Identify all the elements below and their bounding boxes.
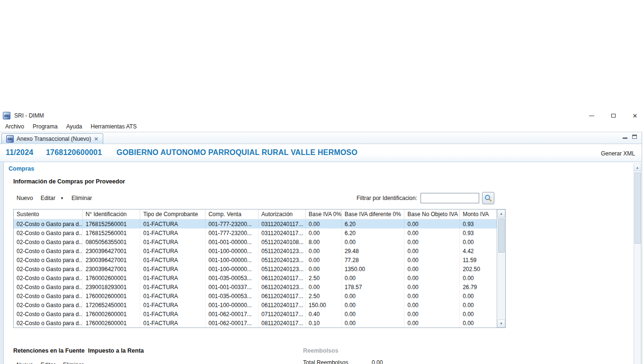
section-title-retenciones: Retenciones en la Fuente Impuesto a la R…: [13, 347, 144, 354]
table-row[interactable]: 02-Costo o Gasto para d...23003964270010…: [14, 255, 497, 264]
table-cell: 01-FACTURA: [140, 246, 206, 255]
table-body: 02-Costo o Gasto para d...17681525600010…: [14, 219, 497, 328]
table-row[interactable]: 02-Costo o Gasto para d...17600026000010…: [14, 318, 497, 328]
table-cell: 051120240123...: [259, 264, 306, 273]
table-cell: 0.00: [404, 228, 460, 237]
table-cell: 02-Costo o Gasto para d...: [14, 219, 83, 228]
menu-ayuda[interactable]: Ayuda: [62, 122, 87, 131]
retenciones-editar-button[interactable]: Editar: [41, 362, 55, 364]
editar-dropdown-icon[interactable]: ▼: [60, 196, 64, 200]
table-row[interactable]: 02-Costo o Gasto para d...17600026000010…: [14, 309, 497, 318]
scroll-up-icon[interactable]: ▲: [634, 164, 641, 171]
table-row[interactable]: 02-Costo o Gasto para d...08050563550010…: [14, 237, 497, 246]
nuevo-button[interactable]: Nuevo: [17, 195, 33, 201]
filter-identificacion-input[interactable]: [420, 193, 479, 203]
taxpayer-name-label: GOBIERNO AUTONOMO PARROQUIAL RURAL VALLE…: [116, 148, 358, 157]
table-cell: 0.00: [460, 237, 497, 246]
table-cell: 1760002600001: [83, 309, 141, 318]
table-cell: 001-777-23200...: [206, 228, 259, 237]
minimize-icon[interactable]: [586, 111, 597, 120]
table-cell: 051120240123...: [259, 255, 306, 264]
table-cell: 001-001-00337...: [206, 282, 259, 291]
table-cell: 8.00: [306, 237, 342, 246]
table-cell: 6.20: [342, 219, 405, 228]
form-scrollbar-thumb[interactable]: [635, 173, 641, 244]
table-cell: 1720652450001: [83, 300, 141, 309]
table-row[interactable]: 02-Costo o Gasto para d...17681525600010…: [14, 228, 497, 237]
table-cell: 0.00: [342, 237, 405, 246]
restore-icon[interactable]: [608, 111, 618, 120]
table-cell: 0.00: [342, 309, 405, 318]
retenciones-eliminar-button[interactable]: Eliminar: [63, 362, 83, 364]
retenciones-toolbar: Nuevo Editar Eliminar: [17, 362, 83, 364]
filter-label: Filtrar por Identificacion:: [357, 195, 417, 201]
table-cell: 0.00: [306, 255, 342, 264]
retenciones-nuevo-button[interactable]: Nuevo: [17, 362, 33, 364]
table-row[interactable]: 02-Costo o Gasto para d...17206524500010…: [14, 300, 497, 309]
search-button[interactable]: [482, 192, 494, 204]
view-minimize-icon[interactable]: [623, 135, 627, 139]
table-cell: 2390018293001: [83, 282, 141, 291]
menubar: ArchivoProgramaAyudaHerramientas ATS: [0, 121, 644, 132]
view-maximize-icon[interactable]: [632, 135, 637, 139]
table-cell: 001-035-00053...: [206, 291, 259, 300]
table-cell: 01-FACTURA: [140, 255, 206, 264]
column-header-4[interactable]: Comp. Venta: [206, 209, 259, 219]
generate-xml-button[interactable]: Generar XML: [601, 150, 635, 157]
table-cell: 0.00: [404, 282, 460, 291]
editar-button[interactable]: Editar: [41, 195, 55, 201]
tab-close-icon[interactable]: ✕: [94, 136, 98, 142]
table-scroll-down-icon[interactable]: ▼: [497, 319, 505, 328]
table-cell: 2.50: [306, 273, 342, 282]
column-header-6[interactable]: Base IVA 0%: [306, 209, 342, 219]
table-cell: 02-Costo o Gasto para d...: [14, 264, 83, 273]
table-cell: 0.00: [404, 318, 460, 328]
table-scroll-up-icon[interactable]: ▲: [497, 209, 505, 218]
column-header-5[interactable]: Autorización: [259, 209, 306, 219]
eliminar-button[interactable]: Eliminar: [72, 195, 92, 201]
table-cell: 02-Costo o Gasto para d...: [14, 273, 83, 282]
table-cell: 1350.00: [342, 264, 405, 273]
table-cell: 081120240117...: [259, 318, 306, 328]
column-header-7[interactable]: Base IVA diferente 0%: [342, 209, 405, 219]
table-cell: 0.00: [404, 309, 460, 318]
tab-anexo-transaccional[interactable]: SRi Anexo Transaccional (Nuevo) ✕: [1, 133, 103, 144]
column-header-8[interactable]: Base No Objeto IVA: [404, 209, 460, 219]
table-row[interactable]: 02-Costo o Gasto para d...17600026000010…: [14, 273, 497, 282]
menu-programa[interactable]: Programa: [28, 122, 62, 131]
column-header-9[interactable]: Monto IVA: [460, 209, 497, 219]
table-vertical-scrollbar[interactable]: ▲ ▼: [497, 209, 505, 328]
menu-herramientas-ats[interactable]: Herramientas ATS: [87, 122, 141, 131]
ruc-label: 1768120600001: [46, 148, 102, 157]
table-cell: 001-777-23200...: [206, 219, 259, 228]
table-cell: 02-Costo o Gasto para d...: [14, 318, 83, 328]
column-header-1[interactable]: Sustento: [14, 209, 83, 219]
period-label: 11/2024: [6, 148, 33, 157]
column-header-3[interactable]: Tipo de Comprobante: [140, 209, 206, 219]
table-row[interactable]: 02-Costo o Gasto para d...23900182930010…: [14, 282, 497, 291]
tab-label: Anexo Transaccional (Nuevo): [17, 136, 91, 142]
table-cell: 01-FACTURA: [140, 219, 206, 228]
close-icon[interactable]: ✕: [630, 111, 640, 120]
table-cell: 061120240117...: [259, 300, 306, 309]
table-row[interactable]: 02-Costo o Gasto para d...17681525600010…: [14, 219, 497, 228]
table-cell: 0.00: [404, 237, 460, 246]
table-cell: 01-FACTURA: [140, 282, 206, 291]
table-cell: 02-Costo o Gasto para d...: [14, 255, 83, 264]
table-cell: 01-FACTURA: [140, 318, 206, 328]
table-row[interactable]: 02-Costo o Gasto para d...17600026000010…: [14, 291, 497, 300]
table-row[interactable]: 02-Costo o Gasto para d...23003964270010…: [14, 246, 497, 255]
total-reembolsos-label: Total Reembolsos: [303, 359, 348, 364]
table-cell: 061120240117...: [259, 291, 306, 300]
menu-archivo[interactable]: Archivo: [1, 122, 28, 131]
table-cell: 0.00: [342, 273, 405, 282]
table-cell: 202.50: [460, 264, 497, 273]
table-cell: 0.00: [342, 291, 405, 300]
table-cell: 4.42: [460, 246, 497, 255]
column-header-2[interactable]: N° Identificación: [83, 209, 141, 219]
table-scrollbar-thumb[interactable]: [498, 218, 505, 253]
table-row[interactable]: 02-Costo o Gasto para d...23003964270010…: [14, 264, 497, 273]
table-cell: 1760002600001: [83, 291, 141, 300]
table-cell: 0.00: [404, 291, 460, 300]
table-cell: 01-FACTURA: [140, 291, 206, 300]
